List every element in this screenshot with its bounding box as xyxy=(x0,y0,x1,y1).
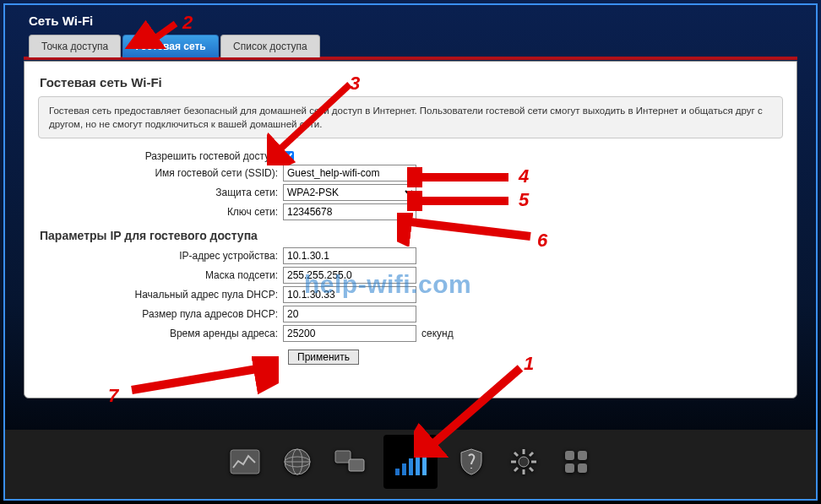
security-select[interactable]: WPA2-PSK xyxy=(283,184,416,201)
toolbar-internet[interactable] xyxy=(279,443,316,480)
lease-input[interactable] xyxy=(283,325,416,342)
annotation-arrow-4 xyxy=(407,167,517,187)
annotation-arrow-1 xyxy=(414,365,532,458)
svg-rect-7 xyxy=(395,469,400,475)
pool-start-label: Начальный адрес пула DHCP: xyxy=(38,289,283,301)
svg-line-29 xyxy=(404,221,530,236)
apps-icon xyxy=(563,449,589,474)
annotation-number-4: 4 xyxy=(519,165,529,187)
svg-point-12 xyxy=(519,457,529,467)
bottom-toolbar xyxy=(226,435,595,489)
info-box: Гостевая сеть предоставляет безопасный д… xyxy=(38,96,783,138)
apply-button[interactable]: Применить xyxy=(288,350,359,365)
lan-icon xyxy=(334,449,366,474)
pool-size-label: Размер пула адресов DHCP: xyxy=(38,308,283,320)
mask-input[interactable] xyxy=(283,267,416,284)
svg-line-26 xyxy=(277,84,350,152)
pool-size-input[interactable] xyxy=(283,306,416,322)
device-ip-label: IP-адрес устройства: xyxy=(38,250,283,262)
annotation-number-1: 1 xyxy=(524,353,534,375)
annotation-number-7: 7 xyxy=(108,385,118,407)
svg-rect-8 xyxy=(402,463,406,475)
svg-rect-23 xyxy=(565,463,574,473)
device-ip-input[interactable] xyxy=(283,247,416,264)
svg-rect-6 xyxy=(349,459,364,471)
svg-rect-24 xyxy=(578,463,587,473)
svg-rect-21 xyxy=(565,451,574,460)
enable-guest-label: Разрешить гостевой доступ: xyxy=(38,150,283,162)
annotation-arrow-7 xyxy=(127,356,279,398)
svg-line-30 xyxy=(132,368,262,390)
key-label: Ключ сети: xyxy=(38,206,283,218)
svg-line-18 xyxy=(530,468,533,471)
annotation-number-3: 3 xyxy=(350,73,360,95)
svg-line-20 xyxy=(514,468,518,471)
status-graph-icon xyxy=(230,449,260,474)
annotation-arrow-5 xyxy=(407,191,517,211)
toolbar-lan[interactable] xyxy=(331,443,368,480)
lease-label: Время аренды адреса: xyxy=(38,328,283,339)
annotation-arrow-6 xyxy=(397,213,541,247)
svg-rect-5 xyxy=(335,451,351,463)
ssid-label: Имя гостевой сети (SSID): xyxy=(38,167,283,179)
lease-unit: секунд xyxy=(421,328,454,339)
svg-line-31 xyxy=(429,368,520,447)
pool-start-input[interactable] xyxy=(283,286,416,303)
svg-line-25 xyxy=(152,24,176,41)
toolbar-status[interactable] xyxy=(226,443,264,480)
panel-heading: Гостевая сеть Wi-Fi xyxy=(40,75,783,89)
annotation-number-5: 5 xyxy=(519,189,529,211)
ssid-input[interactable] xyxy=(283,165,416,182)
security-label: Защита сети: xyxy=(38,187,283,198)
mask-label: Маска подсети: xyxy=(38,269,283,281)
toolbar-apps[interactable] xyxy=(557,443,595,480)
svg-rect-22 xyxy=(578,451,587,460)
annotation-number-2: 2 xyxy=(182,12,193,34)
tab-access-list[interactable]: Список доступа xyxy=(220,35,320,57)
annotation-number-6: 6 xyxy=(537,230,547,252)
globe-icon xyxy=(283,447,312,476)
app-frame: Сеть Wi-Fi Точка доступа Гостевая сеть С… xyxy=(3,3,818,501)
svg-rect-9 xyxy=(409,458,413,475)
annotation-arrow-2 xyxy=(59,15,186,49)
